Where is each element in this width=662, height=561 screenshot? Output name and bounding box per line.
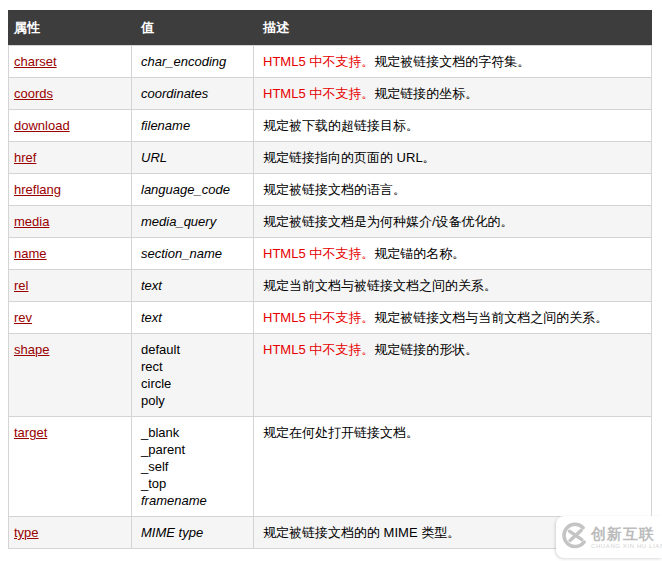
description-text: 规定链接的坐标。	[374, 86, 478, 101]
attribute-cell: rel	[9, 270, 132, 302]
description-cell: HTML5 中不支持。规定锚的名称。	[254, 238, 652, 270]
attribute-link[interactable]: name	[14, 246, 47, 261]
table-row: charsetchar_encodingHTML5 中不支持。规定被链接文档的字…	[9, 46, 652, 78]
attribute-link[interactable]: media	[14, 214, 49, 229]
attribute-cell: name	[9, 238, 132, 270]
table-row: hrefURL规定链接指向的页面的 URL。	[9, 142, 652, 174]
description-cell: HTML5 中不支持。规定链接的坐标。	[254, 78, 652, 110]
value-cell: defaultrectcirclepoly	[132, 334, 254, 417]
value-text: text	[141, 277, 244, 294]
attribute-cell: type	[9, 517, 132, 549]
cx-circle-x-logo-icon	[560, 521, 589, 554]
value-text: URL	[141, 149, 244, 166]
value-text: media_query	[141, 213, 244, 230]
table-row: downloadfilename规定被下载的超链接目标。	[9, 110, 652, 142]
html5-unsupported-label: HTML5 中不支持。	[263, 54, 374, 69]
value-text: framename	[141, 492, 244, 509]
html5-unsupported-label: HTML5 中不支持。	[263, 246, 374, 261]
attribute-cell: rev	[9, 302, 132, 334]
value-cell: text	[132, 270, 254, 302]
table-body: charsetchar_encodingHTML5 中不支持。规定被链接文档的字…	[9, 46, 652, 549]
description-text: 规定被链接文档的字符集。	[374, 54, 530, 69]
attribute-link[interactable]: shape	[14, 342, 49, 357]
table-row: namesection_nameHTML5 中不支持。规定锚的名称。	[9, 238, 652, 270]
value-text: _parent	[141, 441, 244, 458]
value-cell: char_encoding	[132, 46, 254, 78]
attribute-cell: href	[9, 142, 132, 174]
description-cell: HTML5 中不支持。规定链接的形状。	[254, 334, 652, 417]
description-text: 规定被链接文档是为何种媒介/设备优化的。	[263, 214, 514, 229]
value-cell: URL	[132, 142, 254, 174]
html5-unsupported-label: HTML5 中不支持。	[263, 86, 374, 101]
attribute-cell: shape	[9, 334, 132, 417]
table-row: coordscoordinatesHTML5 中不支持。规定链接的坐标。	[9, 78, 652, 110]
value-text: char_encoding	[141, 53, 244, 70]
attribute-cell: hreflang	[9, 174, 132, 206]
value-text: poly	[141, 392, 244, 409]
value-text: default	[141, 341, 244, 358]
attribute-link[interactable]: charset	[14, 54, 57, 69]
attribute-link[interactable]: download	[14, 118, 70, 133]
value-cell: language_code	[132, 174, 254, 206]
value-cell: _blank_parent_self_topframename	[132, 417, 254, 517]
html5-unsupported-label: HTML5 中不支持。	[263, 342, 374, 357]
attribute-link[interactable]: target	[14, 425, 47, 440]
html5-unsupported-label: HTML5 中不支持。	[263, 310, 374, 325]
description-cell: 规定被链接文档的语言。	[254, 174, 652, 206]
description-cell: 规定被下载的超链接目标。	[254, 110, 652, 142]
attribute-cell: coords	[9, 78, 132, 110]
table-row: revtextHTML5 中不支持。规定被链接文档与当前文档之间的关系。	[9, 302, 652, 334]
value-text: filename	[141, 117, 244, 134]
value-text: coordinates	[141, 85, 244, 102]
description-text: 规定当前文档与被链接文档之间的关系。	[263, 278, 497, 293]
table-row: shapedefaultrectcirclepolyHTML5 中不支持。规定链…	[9, 334, 652, 417]
header-row: 属性 值 描述	[9, 11, 652, 46]
description-text: 规定被链接文档的语言。	[263, 182, 406, 197]
description-text: 规定链接的形状。	[374, 342, 478, 357]
attribute-cell: media	[9, 206, 132, 238]
description-text: 规定被链接文档与当前文档之间的关系。	[374, 310, 608, 325]
value-text: circle	[141, 375, 244, 392]
value-cell: MIME type	[132, 517, 254, 549]
attribute-cell: download	[9, 110, 132, 142]
value-text: language_code	[141, 181, 244, 198]
value-text: section_name	[141, 245, 244, 262]
value-text: _blank	[141, 424, 244, 441]
description-text: 规定被链接文档的的 MIME 类型。	[263, 525, 460, 540]
description-cell: HTML5 中不支持。规定被链接文档与当前文档之间的关系。	[254, 302, 652, 334]
header-description: 描述	[254, 11, 652, 46]
attribute-link[interactable]: type	[14, 525, 39, 540]
description-text: 规定被下载的超链接目标。	[263, 118, 419, 133]
attribute-cell: target	[9, 417, 132, 517]
attribute-cell: charset	[9, 46, 132, 78]
value-cell: section_name	[132, 238, 254, 270]
attribute-link[interactable]: href	[14, 150, 36, 165]
value-text: MIME type	[141, 524, 244, 541]
value-text: rect	[141, 358, 244, 375]
value-cell: media_query	[132, 206, 254, 238]
description-text: 规定链接指向的页面的 URL。	[263, 150, 436, 165]
description-cell: HTML5 中不支持。规定被链接文档的字符集。	[254, 46, 652, 78]
value-text: _self	[141, 458, 244, 475]
description-cell: 规定被链接文档是为何种媒介/设备优化的。	[254, 206, 652, 238]
attribute-reference-table: 属性 值 描述 charsetchar_encodingHTML5 中不支持。规…	[8, 10, 652, 549]
description-cell: 规定当前文档与被链接文档之间的关系。	[254, 270, 652, 302]
watermark-tagline: CHUANG XIN HU LIAN	[591, 543, 662, 549]
attribute-link[interactable]: rev	[14, 310, 32, 325]
attribute-link[interactable]: coords	[14, 86, 53, 101]
table-row: reltext规定当前文档与被链接文档之间的关系。	[9, 270, 652, 302]
value-text: _top	[141, 475, 244, 492]
table-row: hreflanglanguage_code规定被链接文档的语言。	[9, 174, 652, 206]
table-row: mediamedia_query规定被链接文档是为何种媒介/设备优化的。	[9, 206, 652, 238]
description-cell: 规定在何处打开链接文档。	[254, 417, 652, 517]
attribute-link[interactable]: rel	[14, 278, 28, 293]
description-text: 规定在何处打开链接文档。	[263, 425, 419, 440]
value-text: text	[141, 309, 244, 326]
attribute-link[interactable]: hreflang	[14, 182, 61, 197]
value-cell: filename	[132, 110, 254, 142]
site-watermark: 创新互联 CHUANG XIN HU LIAN	[556, 516, 662, 558]
table-header: 属性 值 描述	[9, 11, 652, 46]
value-cell: text	[132, 302, 254, 334]
value-cell: coordinates	[132, 78, 254, 110]
table-row: target_blank_parent_self_topframename规定在…	[9, 417, 652, 517]
